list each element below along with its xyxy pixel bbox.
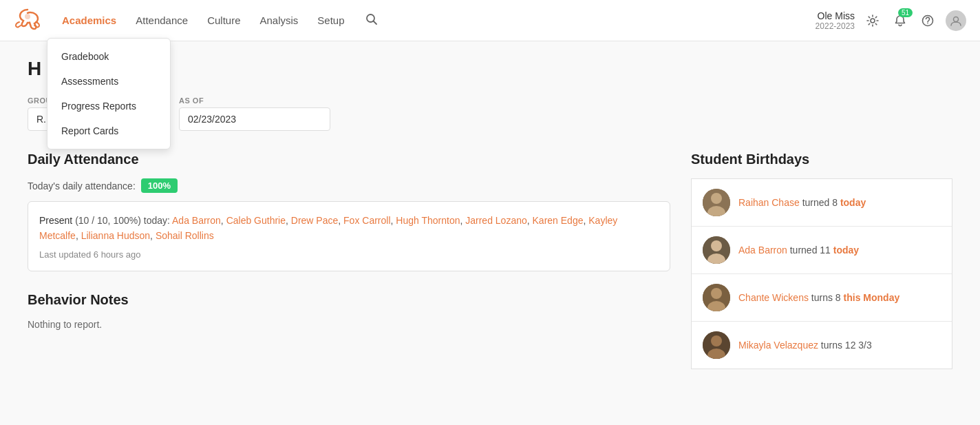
birthday-item-0: Raihan Chase turned 8 today bbox=[692, 179, 952, 227]
as-of-input[interactable] bbox=[179, 107, 330, 131]
user-avatar[interactable] bbox=[946, 10, 966, 31]
main-header: Academics Attendance Culture Analysis Se… bbox=[0, 0, 980, 41]
settings-button[interactable] bbox=[863, 11, 882, 30]
birthday-item-3: Mikayla Velazquez turns 12 3/3 bbox=[692, 322, 952, 369]
svg-point-13 bbox=[711, 288, 722, 299]
attendance-box: Present (10 / 10, 100%) today: Ada Barro… bbox=[28, 201, 670, 271]
app-logo[interactable] bbox=[14, 7, 41, 34]
svg-point-0 bbox=[25, 14, 30, 19]
search-button[interactable] bbox=[360, 8, 383, 33]
attendance-today-row: Today's daily attendance: 100% bbox=[28, 178, 670, 193]
birthday-text-0: Raihan Chase turned 8 today bbox=[738, 197, 866, 208]
svg-point-7 bbox=[711, 193, 722, 204]
student-fox-carroll[interactable]: Fox Carroll bbox=[343, 215, 390, 226]
header-right: Ole Miss 2022-2023 51 bbox=[816, 10, 966, 31]
student-karen-edge[interactable]: Karen Edge bbox=[533, 215, 584, 226]
dropdown-report-cards[interactable]: Report Cards bbox=[47, 118, 170, 143]
attendance-updated: Last updated 6 hours ago bbox=[39, 249, 659, 260]
student-caleb-guthrie[interactable]: Caleb Guthrie bbox=[226, 215, 286, 226]
birthday-avatar-2 bbox=[703, 284, 730, 311]
svg-point-5 bbox=[954, 17, 959, 21]
present-label: Present bbox=[39, 215, 72, 226]
right-column: Student Birthdays Raihan Chase turned 8 … bbox=[691, 152, 952, 369]
birthday-text-2: Chante Wickens turns 8 this Monday bbox=[738, 292, 899, 303]
left-column: Daily Attendance Today's daily attendanc… bbox=[28, 152, 670, 369]
birthday-item-1: Ada Barron turned 11 today bbox=[692, 227, 952, 274]
main-nav: Academics Attendance Culture Analysis Se… bbox=[52, 9, 354, 32]
student-drew-pace[interactable]: Drew Pace bbox=[291, 215, 338, 226]
student-sohail-rollins[interactable]: Sohail Rollins bbox=[156, 230, 214, 241]
birthday-desc-3: turns 12 3/3 bbox=[821, 340, 872, 351]
svg-point-10 bbox=[711, 240, 722, 251]
birthday-name-1[interactable]: Ada Barron bbox=[738, 245, 787, 256]
attendance-title: Daily Attendance bbox=[28, 152, 670, 167]
attendance-section: Daily Attendance Today's daily attendanc… bbox=[28, 152, 670, 271]
school-name: Ole Miss bbox=[816, 10, 855, 21]
svg-point-16 bbox=[711, 335, 722, 346]
as-of-label: AS OF bbox=[179, 96, 330, 105]
birthday-desc-0: turned 8 bbox=[802, 197, 840, 208]
nav-culture[interactable]: Culture bbox=[198, 9, 250, 32]
birthday-card: Raihan Chase turned 8 today bbox=[691, 178, 952, 369]
birthday-name-0[interactable]: Raihan Chase bbox=[738, 197, 800, 208]
student-lilianna-hudson[interactable]: Lilianna Hudson bbox=[81, 230, 150, 241]
as-of-filter: AS OF bbox=[179, 96, 330, 131]
content-grid: Daily Attendance Today's daily attendanc… bbox=[28, 152, 952, 369]
nav-academics[interactable]: Academics bbox=[52, 9, 126, 32]
birthday-desc-2: turns 8 bbox=[811, 292, 844, 303]
attendance-badge: 100% bbox=[141, 178, 178, 193]
birthday-desc-1: turned 11 bbox=[790, 245, 833, 256]
student-ada-barron[interactable]: Ada Barron bbox=[172, 215, 221, 226]
nav-analysis[interactable]: Analysis bbox=[250, 9, 308, 32]
birthday-avatar-0 bbox=[703, 189, 730, 216]
school-info: Ole Miss 2022-2023 bbox=[816, 10, 855, 31]
birthdays-title: Student Birthdays bbox=[691, 152, 952, 167]
dropdown-progress-reports[interactable]: Progress Reports bbox=[47, 94, 170, 118]
svg-point-2 bbox=[871, 19, 875, 23]
notification-count: 51 bbox=[898, 8, 913, 17]
birthday-text-3: Mikayla Velazquez turns 12 3/3 bbox=[738, 340, 872, 351]
nav-setup[interactable]: Setup bbox=[308, 9, 354, 32]
school-year: 2022-2023 bbox=[816, 21, 855, 31]
student-hugh-thornton[interactable]: Hugh Thornton bbox=[396, 215, 460, 226]
attendance-present-line: Present (10 / 10, 100%) today: Ada Barro… bbox=[39, 213, 659, 244]
today-label: Today's daily attendance: bbox=[28, 180, 136, 191]
svg-point-4 bbox=[927, 23, 928, 24]
behavior-section: Behavior Notes Nothing to report. bbox=[28, 292, 670, 330]
dropdown-assessments[interactable]: Assessments bbox=[47, 69, 170, 94]
notifications-button[interactable]: 51 bbox=[891, 11, 910, 30]
help-button[interactable] bbox=[918, 11, 937, 30]
birthday-avatar-3 bbox=[703, 331, 730, 359]
birthday-highlight-0: today bbox=[840, 197, 866, 208]
behavior-nothing: Nothing to report. bbox=[28, 319, 670, 330]
student-jarred-lozano[interactable]: Jarred Lozano bbox=[465, 215, 527, 226]
birthday-highlight-2: this Monday bbox=[844, 292, 900, 303]
dropdown-gradebook[interactable]: Gradebook bbox=[47, 44, 170, 69]
birthday-name-3[interactable]: Mikayla Velazquez bbox=[738, 340, 818, 351]
academics-dropdown: Gradebook Assessments Progress Reports R… bbox=[47, 38, 171, 149]
nav-attendance[interactable]: Attendance bbox=[126, 9, 198, 32]
present-stats: (10 / 10, 100%) today: bbox=[75, 215, 170, 226]
birthday-avatar-1 bbox=[703, 236, 730, 264]
behavior-title: Behavior Notes bbox=[28, 292, 670, 308]
birthday-item-2: Chante Wickens turns 8 this Monday bbox=[692, 274, 952, 322]
birthday-highlight-1: today bbox=[833, 245, 859, 256]
birthday-text-1: Ada Barron turned 11 today bbox=[738, 245, 859, 256]
birthday-name-2[interactable]: Chante Wickens bbox=[738, 292, 809, 303]
